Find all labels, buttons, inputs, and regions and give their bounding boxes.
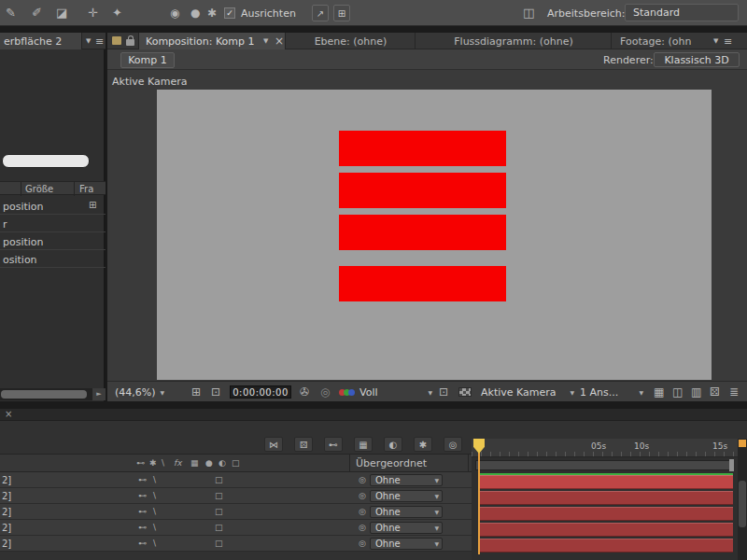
parent-select[interactable]: Ohne ▼ — [370, 490, 443, 502]
parent-column-header[interactable]: Übergeordnet — [349, 455, 469, 473]
fill-color-icon[interactable]: ● — [190, 7, 200, 19]
tab-layer[interactable]: Ebene: (ohne) — [287, 33, 416, 49]
project-item-row[interactable]: r — [0, 215, 106, 232]
parent-select[interactable]: Ohne ▼ — [370, 522, 443, 534]
comp-nav-button[interactable]: Komp 1 — [120, 52, 175, 68]
3d-switch-icon[interactable]: □ — [215, 508, 223, 516]
layer-row[interactable]: 2] ⊷ \ □ ◎ Ohne ▼ — [0, 520, 472, 536]
tab-flowchart[interactable]: Flussdiagramm: (ohne) — [416, 33, 612, 49]
view-layout-select[interactable]: 1 Ans... ▼ — [580, 386, 643, 399]
channel-icon[interactable] — [341, 389, 355, 396]
composition-icon[interactable]: ⊞ — [89, 201, 96, 210]
zoom-select[interactable]: (44,6%) ▼ — [115, 386, 164, 399]
panel-menu-arrow-icon[interactable]: ▼ — [713, 38, 718, 45]
pickwhip-icon[interactable]: ◎ — [359, 492, 366, 500]
pickwhip-icon[interactable]: ◎ — [359, 476, 366, 484]
shy-switch-icon[interactable]: ⊷ — [138, 476, 147, 484]
collapse-header-icon[interactable]: ✱ — [149, 459, 157, 468]
panel-menu-icon[interactable]: ≡ — [95, 36, 104, 47]
workspace-icon[interactable]: ◫ — [523, 7, 534, 19]
motion-blur-button[interactable]: ◐ — [384, 437, 402, 452]
pixel-aspect-icon[interactable]: ▦ — [654, 386, 664, 398]
3d-switch-icon[interactable]: □ — [215, 524, 223, 532]
auto-keyframe-button[interactable]: ◎ — [444, 437, 462, 452]
search-input[interactable] — [2, 154, 90, 168]
shy-header-icon[interactable]: ⊷ — [136, 459, 145, 468]
show-snapshot-icon[interactable]: ◎ — [320, 386, 330, 398]
resolution-select[interactable]: Voll ▼ — [359, 386, 432, 399]
layer-duration-bar[interactable] — [479, 523, 733, 537]
tab-menu-arrow-icon[interactable]: ▼ — [263, 38, 268, 45]
h-scrollbar[interactable]: ► — [0, 388, 106, 400]
motion-blur-header-icon[interactable]: ● — [205, 459, 213, 468]
composition-view[interactable] — [157, 90, 712, 380]
pickwhip-icon[interactable]: ◎ — [359, 539, 366, 548]
quality-switch-icon[interactable]: \ — [153, 476, 156, 484]
project-item-row[interactable]: position — [0, 232, 106, 250]
frame-blend-header-icon[interactable]: ▦ — [190, 459, 199, 468]
column-header-frames[interactable]: Fra — [79, 185, 93, 194]
current-time-field[interactable]: 0:00:00:00 — [230, 385, 291, 399]
transparency-grid-icon[interactable] — [458, 387, 472, 397]
layer-duration-bar[interactable] — [479, 539, 733, 553]
tab-close-icon[interactable]: × — [275, 35, 284, 47]
time-ruler[interactable]: 05s 10s 15s — [472, 439, 738, 457]
snapshot-icon[interactable]: ✇ — [300, 386, 309, 398]
shy-switch-icon[interactable]: ⊷ — [138, 539, 147, 548]
project-item-row[interactable]: osition — [0, 250, 106, 268]
3d-switch-icon[interactable]: □ — [215, 476, 223, 484]
split-view-icon[interactable]: ◫ — [672, 386, 683, 398]
layer-duration-bar[interactable] — [479, 491, 733, 505]
layer-row[interactable]: 2] ⊷ \ □ ◎ Ohne ▼ — [0, 472, 472, 488]
comp-mini-flowchart-button[interactable]: ⋈ — [264, 437, 283, 452]
scroll-right-button[interactable]: ► — [92, 388, 106, 400]
v-scrollbar-thumb[interactable] — [739, 481, 746, 527]
draft-3d-button[interactable]: ⚄ — [294, 437, 313, 452]
tab-user-interface[interactable]: erbfläche 2 — [0, 33, 82, 49]
fast-preview-icon[interactable]: ▥ — [691, 386, 701, 398]
parent-select[interactable]: Ohne ▼ — [370, 506, 443, 518]
quality-switch-icon[interactable]: \ — [153, 508, 156, 516]
tab-footage[interactable]: Footage: (ohn — [613, 33, 710, 49]
quality-switch-icon[interactable]: \ — [153, 492, 156, 500]
work-area-bar[interactable] — [475, 460, 733, 470]
quality-header-icon[interactable]: \ — [162, 459, 164, 468]
snap-checkbox[interactable]: ✓ — [224, 7, 235, 19]
flowchart-menu-icon[interactable]: ≣ — [729, 386, 739, 398]
puppet-pin-tool-icon[interactable]: ✛ — [88, 7, 98, 19]
parent-select[interactable]: Ohne ▼ — [370, 474, 443, 486]
pickwhip-icon[interactable]: ◎ — [359, 524, 366, 532]
hide-shy-button[interactable]: ⊷ — [324, 437, 343, 452]
pickwhip-icon[interactable]: ◎ — [359, 508, 366, 516]
frame-blend-button[interactable]: ▦ — [354, 437, 373, 452]
star-shape-icon[interactable]: ✱ — [207, 7, 217, 19]
project-item-row[interactable]: position ⊞ — [0, 197, 106, 215]
quality-switch-icon[interactable]: \ — [153, 524, 156, 532]
layer-duration-bar[interactable] — [479, 475, 733, 489]
layer-row[interactable]: 2] ⊷ \ □ ◎ Ohne ▼ — [0, 504, 472, 520]
panel-menu-icon[interactable]: ≡ — [724, 36, 732, 47]
parent-select[interactable]: Ohne ▼ — [370, 538, 443, 550]
view-select[interactable]: Aktive Kamera ▼ — [481, 386, 574, 399]
mask-ellipse-icon[interactable]: ◉ — [170, 7, 179, 19]
3d-header-icon[interactable]: □ — [232, 459, 240, 468]
grid-options-button[interactable]: ⊞ — [333, 5, 350, 21]
workspace-select[interactable]: Standard — [625, 4, 739, 21]
expand-view-button[interactable]: ↗ — [312, 5, 329, 21]
3d-switch-icon[interactable]: □ — [215, 492, 223, 500]
guides-icon[interactable]: ⊡ — [211, 386, 220, 398]
fx-header-icon[interactable]: fx — [174, 459, 182, 468]
work-area-end-handle[interactable] — [729, 459, 734, 471]
3d-view-icon[interactable]: ⚄ — [710, 386, 719, 398]
shy-switch-icon[interactable]: ⊷ — [138, 524, 147, 532]
layer-row[interactable]: 2] ⊷ \ □ ◎ Ohne ▼ — [0, 536, 472, 552]
pen-tool-icon[interactable]: ✎ — [6, 7, 16, 19]
brush-tool-icon[interactable]: ✐ — [32, 7, 42, 19]
choose-grid-icon[interactable]: ⊞ — [191, 386, 201, 398]
3d-switch-icon[interactable]: □ — [215, 539, 223, 548]
tab-close-icon[interactable]: × — [5, 410, 12, 419]
panel-grip-icon[interactable] — [112, 36, 121, 45]
renderer-button[interactable]: Klassisch 3D — [654, 52, 740, 67]
h-scrollbar-thumb[interactable] — [1, 390, 87, 399]
shy-switch-icon[interactable]: ⊷ — [138, 492, 147, 500]
